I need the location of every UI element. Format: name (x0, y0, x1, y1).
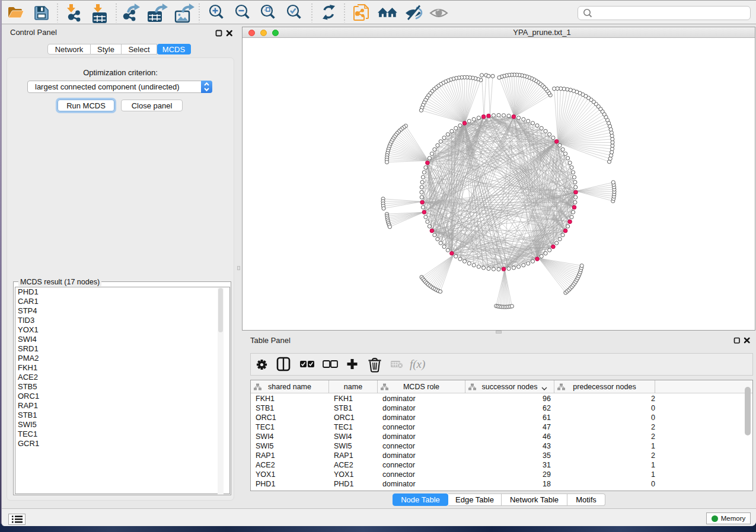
svg-text:f(x): f(x) (410, 358, 425, 371)
